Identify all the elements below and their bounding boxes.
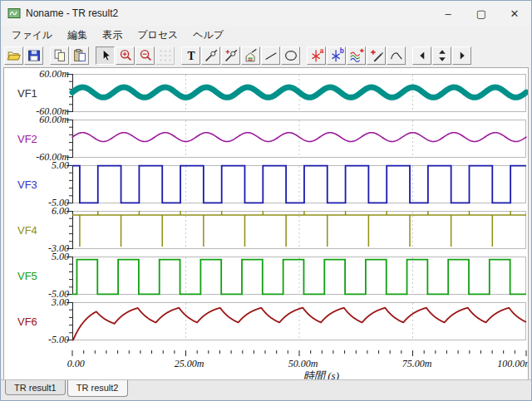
app-icon <box>7 7 21 20</box>
power-probe-button[interactable] <box>241 46 260 65</box>
ellipse-tool-icon <box>283 47 299 64</box>
waveform-panel-vf1: VF160.00m-60.00m <box>4 74 528 112</box>
svg-text:a: a <box>319 47 323 55</box>
maximize-button[interactable]: ▢ <box>465 1 498 26</box>
menu-item-0[interactable]: ファイル <box>4 26 60 45</box>
waveform-svg-vf1 <box>72 74 528 112</box>
panel-plot[interactable] <box>72 120 528 158</box>
power-probe-icon <box>243 47 259 64</box>
waveform-panel-vf2: VF260.00m-60.00m <box>4 120 528 158</box>
arc-tool-button[interactable] <box>387 46 406 65</box>
cursor-b-button[interactable]: b <box>327 46 346 65</box>
trace-label-vf1[interactable]: VF1 <box>17 87 37 100</box>
waveform-plot-area: VF160.00m-60.00mVF260.00m-60.00mVF35.00-… <box>3 67 529 379</box>
panel-gutter: VF46.00-3.00 <box>4 211 72 249</box>
zoom-out-magnifier-icon <box>137 47 154 64</box>
y-max-label: 6.00 <box>52 207 69 216</box>
spin-updown-button[interactable] <box>432 46 451 65</box>
y-min-label: -5.00 <box>48 335 69 345</box>
menu-bar: ファイル編集表示プロセスヘルプ <box>1 26 531 44</box>
toolbar: Tab <box>1 44 531 67</box>
svg-text:T: T <box>187 50 195 62</box>
x-axis-title-text: 時間 (s) <box>303 369 339 379</box>
voltage-probe-button[interactable] <box>201 46 220 65</box>
save-floppy-button[interactable] <box>24 46 43 65</box>
copy-pages-button[interactable] <box>50 46 69 65</box>
waveform-panel-vf4: VF46.00-3.00 <box>4 211 528 249</box>
menu-item-2[interactable]: 表示 <box>95 26 130 45</box>
save-floppy-icon <box>26 47 42 64</box>
title-bar: Noname - TR result2 – ▢ ✕ <box>1 1 531 26</box>
menu-item-4[interactable]: ヘルプ <box>185 26 231 45</box>
scroll-left-button[interactable] <box>412 46 431 65</box>
x-axis-ticks <box>4 348 528 357</box>
spin-updown-icon <box>434 47 451 64</box>
trace-label-vf5[interactable]: VF5 <box>17 270 37 282</box>
waveform-panel-vf5: VF55.00-5.00 <box>4 257 528 295</box>
panel-plot[interactable] <box>72 302 528 340</box>
cursor-b-icon: b <box>328 47 345 64</box>
menu-item-1[interactable]: 編集 <box>60 26 95 45</box>
text-tool-icon: T <box>183 47 200 64</box>
add-probe-pen-button[interactable] <box>367 46 386 65</box>
window-title: Noname - TR result2 <box>26 7 118 19</box>
panel-plot[interactable] <box>72 257 528 295</box>
menu-item-3[interactable]: プロセス <box>130 26 185 45</box>
x-axis-title: 時間 (s) <box>72 369 528 379</box>
panel-gutter: VF63.00-5.00 <box>4 302 72 340</box>
add-probe-pen-icon <box>368 47 385 64</box>
line-tool-icon <box>263 47 279 64</box>
open-folder-icon <box>6 47 22 64</box>
add-waveform-button[interactable] <box>347 46 366 65</box>
line-tool-button[interactable] <box>261 46 280 65</box>
waveform-svg-vf5 <box>72 257 528 295</box>
waveform-svg-vf3 <box>72 165 528 203</box>
scroll-right-button[interactable] <box>452 46 471 65</box>
paste-clipboard-icon <box>71 47 88 64</box>
tab-tr-result1[interactable]: TR result1 <box>5 380 66 395</box>
waveform-svg-vf4 <box>72 211 528 249</box>
scroll-left-icon <box>414 47 431 64</box>
panel-gutter: VF160.00m-60.00m <box>4 74 72 112</box>
paste-clipboard-button[interactable] <box>70 46 89 65</box>
cursor-a-icon: a <box>308 47 325 64</box>
tab-tr-result2[interactable]: TR result2 <box>67 380 128 397</box>
trace-label-vf2[interactable]: VF2 <box>17 133 37 145</box>
trace-label-vf6[interactable]: VF6 <box>17 315 37 328</box>
waveform-panel-vf3: VF35.00-5.00 <box>4 165 528 203</box>
current-probe-button[interactable] <box>221 46 240 65</box>
x-axis-tick-labels: 0.0025.00m50.00m75.00m100.00m <box>72 357 528 369</box>
minimize-button[interactable]: – <box>431 1 465 26</box>
y-max-label: 5.00 <box>52 252 69 262</box>
panel-gutter: VF35.00-5.00 <box>4 165 72 203</box>
voltage-probe-icon <box>203 47 219 64</box>
panel-plot[interactable] <box>72 74 528 112</box>
select-cursor-button[interactable] <box>96 46 115 65</box>
app-window: Noname - TR result2 – ▢ ✕ ファイル編集表示プロセスヘル… <box>0 0 532 401</box>
close-button[interactable]: ✕ <box>498 1 531 26</box>
y-max-label: 3.00 <box>52 298 69 307</box>
y-max-label: 60.00m <box>39 70 69 79</box>
panel-plot[interactable] <box>72 211 528 249</box>
panel-gutter <box>4 348 72 357</box>
x-axis-plot <box>72 348 528 357</box>
open-folder-button[interactable] <box>4 46 23 65</box>
panel-plot[interactable] <box>72 165 528 203</box>
scroll-right-icon <box>454 47 470 64</box>
svg-text:b: b <box>339 47 343 55</box>
waveform-panel-vf6: VF63.00-5.00 <box>4 302 528 340</box>
y-max-label: 60.00m <box>39 115 69 125</box>
y-max-label: 5.00 <box>52 161 69 170</box>
grid-dots-icon <box>157 47 174 64</box>
grid-dots-button <box>155 46 175 65</box>
copy-pages-icon <box>52 47 68 64</box>
zoom-in-magnifier-icon <box>117 47 134 64</box>
trace-label-vf4[interactable]: VF4 <box>17 224 37 237</box>
waveform-svg-vf2 <box>72 120 528 158</box>
trace-label-vf3[interactable]: VF3 <box>17 178 37 191</box>
zoom-out-magnifier-button[interactable] <box>135 46 155 65</box>
ellipse-tool-button[interactable] <box>281 46 300 65</box>
text-tool-button[interactable]: T <box>181 46 200 65</box>
cursor-a-button[interactable]: a <box>307 46 326 65</box>
zoom-in-magnifier-button[interactable] <box>116 46 135 65</box>
